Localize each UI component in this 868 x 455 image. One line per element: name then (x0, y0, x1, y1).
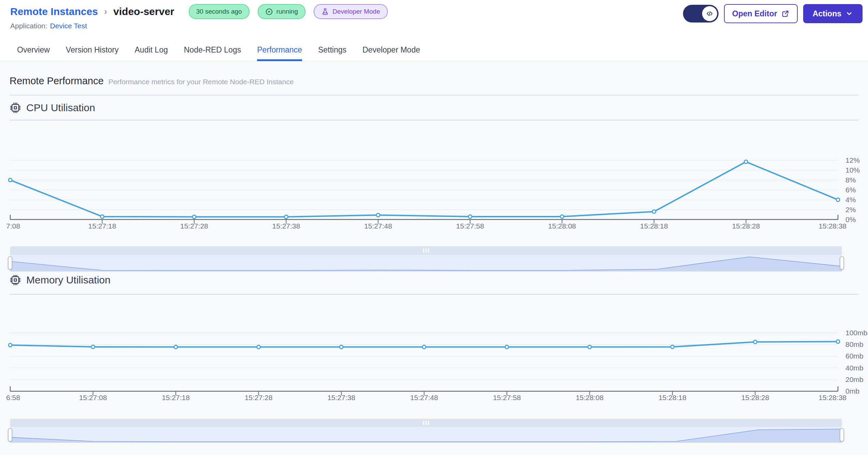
data-point-marker (376, 214, 380, 217)
y-axis-tick-label: 40mb (845, 364, 864, 372)
tab-bar: OverviewVersion HistoryAudit LogNode-RED… (0, 40, 868, 61)
x-axis-tick-label: 15:28:38 (819, 222, 846, 230)
editor-availability-toggle[interactable] (683, 5, 718, 23)
tab-settings[interactable]: Settings (318, 40, 346, 61)
x-axis-tick-label: 15:28:28 (741, 394, 769, 401)
tab-overview[interactable]: Overview (17, 40, 50, 61)
header: Remote Instances › video-server 30 secon… (0, 0, 868, 40)
page-title: Remote Performance (10, 75, 104, 87)
tab-node-red-logs[interactable]: Node-RED Logs (184, 40, 241, 61)
data-point-marker (174, 345, 177, 349)
chevron-down-icon (845, 10, 853, 17)
developer-mode-label: Developer Mode (332, 8, 380, 15)
data-point-marker (744, 160, 748, 163)
data-point-marker (836, 340, 840, 343)
breadcrumb-separator: › (103, 6, 108, 17)
cpu-nav-handle-right[interactable] (840, 256, 844, 270)
tab-audit-log[interactable]: Audit Log (135, 40, 168, 61)
y-axis-tick-label: 0mb (845, 387, 859, 395)
drag-grip-icon[interactable] (423, 248, 429, 253)
code-icon (702, 6, 717, 21)
x-axis-tick-label: 15:28:18 (658, 394, 686, 401)
x-axis-tick-label: 15:27:58 (493, 394, 521, 401)
last-seen-label: 30 seconds ago (196, 8, 242, 15)
x-axis-tick-label: 15:28:18 (640, 222, 668, 230)
x-axis-tick-label: 15:27:08 (79, 394, 107, 401)
memory-chart-navigator (10, 419, 842, 443)
data-point-marker (423, 345, 426, 349)
breadcrumb-root-link[interactable]: Remote Instances (10, 6, 98, 17)
open-editor-label: Open Editor (732, 9, 777, 18)
cpu-chip-icon (10, 102, 21, 114)
data-point-marker (505, 345, 509, 349)
open-editor-button[interactable]: Open Editor (724, 4, 798, 23)
x-axis-tick-label: 15:28:28 (732, 222, 760, 230)
x-axis-tick-label: 15:27:18 (162, 394, 190, 401)
drag-grip-icon[interactable] (423, 421, 429, 425)
data-point-marker (836, 198, 840, 202)
memory-nav-scrollbar[interactable] (10, 419, 842, 427)
y-axis-tick-label: 6% (845, 186, 856, 194)
main-content: Remote Performance Performance metrics f… (0, 62, 868, 455)
memory-section-title: Memory Utilisation (26, 274, 111, 286)
data-point-marker (193, 215, 196, 219)
data-point-marker (652, 210, 656, 213)
y-axis-tick-label: 2% (845, 206, 856, 214)
x-axis-tick-label: 15:27:38 (327, 394, 355, 401)
x-axis-tick-label: 15:28:08 (548, 222, 576, 230)
header-actions: Open Editor Actions (683, 4, 863, 23)
cpu-chart-navigator (10, 246, 842, 271)
cpu-nav-scrollbar[interactable] (10, 246, 842, 255)
page-subtitle: Performance metrics for your Remote Node… (109, 78, 294, 86)
divider (10, 294, 858, 295)
external-link-icon (781, 10, 789, 18)
tab-performance[interactable]: Performance (257, 40, 302, 61)
cpu-nav-window[interactable] (10, 255, 842, 271)
cpu-utilisation-chart[interactable]: 0%2%4%6%8%10%12%7:0815:27:1815:27:2815:2… (0, 143, 868, 232)
x-axis-tick-label: 7:08 (6, 222, 20, 230)
memory-nav-window[interactable] (10, 427, 842, 443)
x-axis-tick-label: 15:27:48 (364, 222, 392, 230)
data-point-marker (754, 340, 757, 343)
data-point-marker (468, 215, 472, 218)
play-circle-icon (265, 8, 273, 16)
breadcrumb: Remote Instances › video-server 30 secon… (10, 4, 388, 19)
data-point-marker (257, 345, 260, 349)
data-point-marker (284, 215, 288, 219)
divider (10, 120, 858, 120)
y-axis-tick-label: 80mb (845, 340, 864, 348)
x-axis-tick-label: 15:28:08 (576, 394, 604, 401)
application-link[interactable]: Device Test (50, 22, 87, 30)
x-axis-tick-label: 15:27:28 (180, 222, 208, 230)
status-badge: running (258, 4, 305, 19)
actions-button[interactable]: Actions (803, 4, 863, 23)
y-axis-tick-label: 10% (845, 166, 860, 174)
developer-mode-badge: Developer Mode (314, 4, 387, 19)
x-axis-tick-label: 6:58 (6, 394, 20, 401)
x-axis-tick-label: 15:27:58 (456, 222, 484, 230)
x-axis-tick-label: 15:27:38 (272, 222, 300, 230)
y-axis-tick-label: 8% (845, 176, 856, 184)
y-axis-tick-label: 0% (845, 216, 856, 223)
data-point-marker (560, 215, 564, 218)
data-point-marker (100, 215, 104, 218)
application-label: Application: (10, 22, 47, 30)
x-axis-tick-label: 15:27:48 (410, 394, 438, 401)
y-axis-tick-label: 60mb (845, 352, 864, 360)
memory-nav-handle-right[interactable] (840, 428, 844, 442)
memory-utilisation-chart[interactable]: 0mb20mb40mb60mb80mb100mb6:5815:27:0815:2… (0, 317, 868, 406)
tab-developer-mode[interactable]: Developer Mode (362, 40, 420, 61)
y-axis-tick-label: 100mb (845, 329, 867, 337)
x-axis-tick-label: 15:28:38 (819, 394, 846, 401)
data-point-marker (340, 345, 343, 349)
cpu-section-header: CPU Utilisation (10, 102, 95, 114)
tab-version-history[interactable]: Version History (66, 40, 119, 61)
divider (10, 95, 858, 96)
y-axis-tick-label: 20mb (845, 376, 864, 383)
memory-nav-handle-left[interactable] (8, 428, 12, 442)
memory-section-header: Memory Utilisation (10, 274, 111, 286)
cpu-nav-handle-left[interactable] (8, 256, 12, 270)
data-point-marker (9, 343, 12, 347)
data-point-marker (9, 178, 12, 182)
last-seen-badge: 30 seconds ago (189, 4, 250, 19)
